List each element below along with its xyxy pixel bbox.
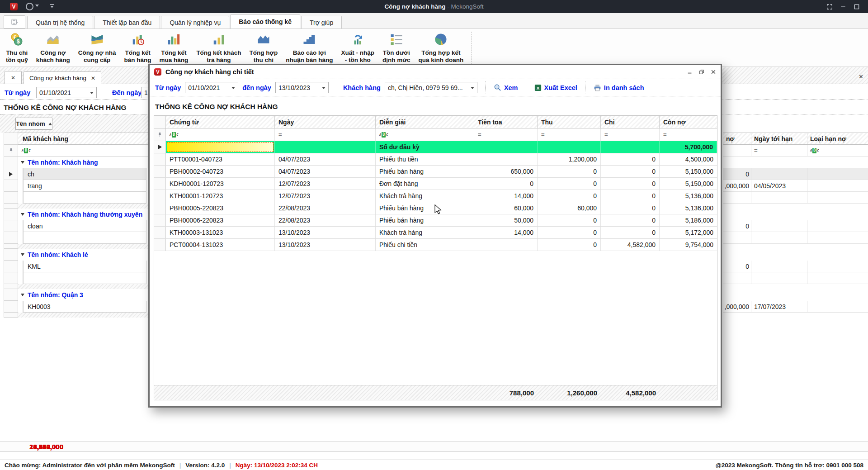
- debt-row[interactable]: [723, 244, 868, 249]
- collapse-icon[interactable]: [21, 161, 24, 164]
- group-gap: [4, 244, 150, 249]
- selected-cell[interactable]: [167, 142, 274, 152]
- customer-row[interactable]: KML: [4, 261, 150, 272]
- customer-row[interactable]: trang: [4, 180, 150, 192]
- column-header-ma-khach-hang[interactable]: Mã khách hàng: [18, 133, 150, 145]
- minimize-button[interactable]: [840, 4, 846, 10]
- table-row[interactable]: PCT00004-131023 13/10/2023 Phiếu chi tiề…: [154, 239, 717, 251]
- column-header-no[interactable]: nợ: [723, 133, 751, 144]
- toolbar-button[interactable]: Tồn dưới định mức: [378, 32, 415, 65]
- column-header-thu[interactable]: Thu: [538, 116, 601, 128]
- debt-row[interactable]: [723, 272, 868, 284]
- toolbar-button[interactable]: €$ Thu chi tồn quỹ: [2, 32, 32, 65]
- toolbar-button[interactable]: Tổng hợp thu chi: [245, 32, 282, 65]
- collapse-icon[interactable]: [21, 253, 24, 256]
- view-button[interactable]: Xem: [494, 84, 518, 91]
- close-all-tab-button[interactable]: ✕: [5, 71, 22, 84]
- group-row[interactable]: Tên nhóm: Khách hàng thường xuyên: [4, 209, 150, 220]
- auto-filter-row[interactable]: ABC = ABC = = = =: [154, 128, 717, 141]
- debt-row[interactable]: [723, 249, 868, 261]
- auto-filter-row[interactable]: ABC: [18, 145, 150, 157]
- document-tab[interactable]: Công nợ khách hàng ✕: [24, 71, 101, 84]
- table-row[interactable]: KTH00003-131023 13/10/2023 Khách trả hàn…: [154, 227, 717, 239]
- strip-close-button[interactable]: ✕: [859, 73, 863, 80]
- debt-row[interactable]: 0: [723, 261, 868, 272]
- column-header-ngay[interactable]: Ngày: [275, 116, 376, 128]
- group-by-field[interactable]: Tên nhóm: [15, 118, 52, 130]
- sort-asc-icon: [48, 123, 52, 125]
- column-header-con-no[interactable]: Còn nợ: [660, 116, 717, 128]
- export-excel-button[interactable]: X Xuất Excel: [534, 84, 577, 91]
- table-row[interactable]: PTT00001-040723 04/07/2023 Phiếu thu tiề…: [154, 153, 717, 166]
- grid-summary-row: 13,112,00014,150,000860,00021,184,0004,5…: [0, 442, 868, 452]
- group-row[interactable]: Tên nhóm: Quận 3: [4, 289, 150, 301]
- customer-row[interactable]: KH0003: [4, 301, 150, 313]
- customer-row[interactable]: [4, 232, 150, 244]
- toolbar-button[interactable]: Công nợ nhà cung cấp: [74, 32, 120, 65]
- dialog-restore-button[interactable]: [699, 69, 704, 75]
- collapse-icon[interactable]: [21, 213, 24, 216]
- toolbar-button[interactable]: Công nợ khách hàng: [32, 32, 74, 65]
- debt-row[interactable]: [723, 192, 868, 204]
- debt-row[interactable]: [723, 232, 868, 244]
- table-row[interactable]: KTH00001-120723 12/07/2023 Khách trả hàn…: [154, 190, 717, 202]
- dialog-titlebar[interactable]: V Công nợ khách hàng chi tiết: [150, 65, 721, 79]
- table-row[interactable]: KDH00001-120723 12/07/2023 Đơn đặt hàng …: [154, 178, 717, 190]
- table-row[interactable]: PBH00006-220823 22/08/2023 Phiếu bán hàn…: [154, 214, 717, 227]
- group-row[interactable]: Tên nhóm: Khách lẻ: [4, 249, 150, 261]
- column-header-dien-giai[interactable]: Diễn giải: [376, 116, 474, 128]
- debt-row[interactable]: 0: [723, 168, 868, 180]
- column-header-chung-tu[interactable]: Chứng từ: [166, 116, 275, 128]
- ribbon-tab[interactable]: Thiết lập ban đầu: [94, 16, 160, 28]
- from-date-combo[interactable]: 01/10/2021: [185, 82, 238, 93]
- debt-columns-grid: nợ Ngày tới hạn Loại hạn nợ = ABC: [723, 133, 868, 313]
- column-header-chi[interactable]: Chi: [601, 116, 660, 128]
- toolbar-button[interactable]: Xuất - nhập - tồn kho: [337, 32, 378, 65]
- opening-balance-row[interactable]: Số dư đầu kỳ 5,700,000: [154, 141, 717, 153]
- collapse-icon[interactable]: [21, 294, 24, 296]
- ribbon-tab[interactable]: Báo cáo thống kê: [230, 14, 300, 28]
- customer-row[interactable]: cloan: [4, 220, 150, 232]
- to-date-label: đến ngày: [242, 84, 271, 91]
- toolbar-button[interactable]: Tổng kết bán hàng: [120, 32, 156, 65]
- dialog-minimize-button[interactable]: [687, 69, 693, 75]
- customer-combo[interactable]: ch, Chị Hiền, 0979 59 69...: [385, 82, 477, 93]
- debt-row[interactable]: 0: [723, 220, 868, 232]
- toolbar-button[interactable]: Báo cáo lợi nhuận bán hàng: [282, 32, 337, 65]
- ribbon-tab[interactable]: Quản trị hệ thống: [27, 16, 93, 28]
- column-header-tien-toa[interactable]: Tiền toa: [474, 116, 538, 128]
- to-date-combo[interactable]: 13/10/2023: [275, 82, 329, 93]
- close-icon: ✕: [11, 75, 15, 81]
- toolbar-button[interactable]: Tổng kết mua hàng: [156, 32, 193, 65]
- search-icon: [494, 84, 501, 91]
- tab-close-icon[interactable]: ✕: [91, 75, 95, 81]
- debt-row[interactable]: [723, 284, 868, 289]
- debt-row[interactable]: ,000,000 17/07/2023: [723, 301, 868, 313]
- customer-row[interactable]: [4, 192, 150, 204]
- column-header-ngay-toi-han[interactable]: Ngày tới hạn: [751, 133, 807, 144]
- ribbon-tab[interactable]: Trợ giúp: [301, 16, 342, 28]
- abc-filter-icon: ABC: [170, 132, 178, 138]
- footer-total-chi: 4,582,000: [601, 385, 660, 400]
- dialog-close-button[interactable]: [711, 69, 716, 75]
- application-menu-button[interactable]: [4, 15, 25, 28]
- fullscreen-button[interactable]: [826, 4, 833, 10]
- area-blue-icon: [46, 33, 60, 49]
- table-row[interactable]: PBH00002-040723 04/07/2023 Phiếu bán hàn…: [154, 166, 717, 178]
- customer-row[interactable]: [4, 272, 150, 284]
- debt-row[interactable]: [723, 289, 868, 301]
- maximize-button[interactable]: [854, 4, 860, 10]
- ribbon-tab[interactable]: Quản lý nghiệp vụ: [161, 16, 229, 28]
- debt-row[interactable]: [723, 204, 868, 209]
- group-row[interactable]: Tên nhóm: Khách hàng: [4, 157, 150, 168]
- debt-row[interactable]: [723, 209, 868, 220]
- from-date-combo[interactable]: 01/10/2021: [36, 87, 97, 98]
- debt-row[interactable]: ,000,000 04/05/2023: [723, 180, 868, 192]
- toolbar-button[interactable]: Tổng hợp kết quả kinh doanh: [415, 32, 468, 65]
- auto-filter-row[interactable]: = ABC: [723, 145, 868, 157]
- print-list-button[interactable]: In danh sách: [594, 84, 644, 91]
- customer-row[interactable]: ch: [4, 168, 150, 180]
- debt-row[interactable]: [723, 157, 868, 168]
- column-header-loai-han-no[interactable]: Loại hạn nợ: [807, 133, 868, 144]
- toolbar-button[interactable]: Tổng kết khách trả hàng: [192, 32, 245, 65]
